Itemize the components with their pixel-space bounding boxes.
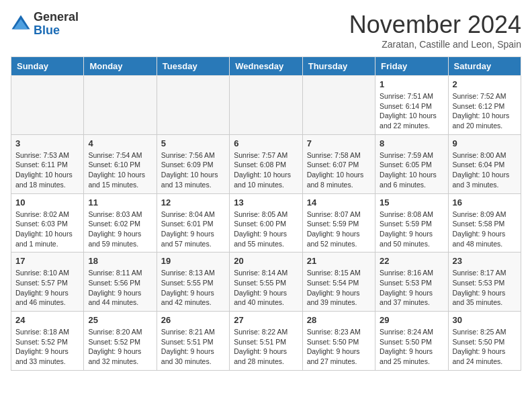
day-number: 29 xyxy=(380,315,443,325)
day-cell: 3Sunrise: 7:53 AM Sunset: 6:11 PM Daylig… xyxy=(11,134,84,193)
day-info: Sunrise: 8:02 AM Sunset: 6:03 PM Dayligh… xyxy=(15,210,79,249)
title-block: November 2024 Zaratan, Castille and Leon… xyxy=(349,11,521,50)
day-cell: 17Sunrise: 8:10 AM Sunset: 5:57 PM Dayli… xyxy=(11,253,84,312)
day-cell: 22Sunrise: 8:16 AM Sunset: 5:53 PM Dayli… xyxy=(375,253,448,312)
day-cell: 10Sunrise: 8:02 AM Sunset: 6:03 PM Dayli… xyxy=(11,193,84,253)
day-cell: 23Sunrise: 8:17 AM Sunset: 5:53 PM Dayli… xyxy=(448,253,521,312)
day-info: Sunrise: 7:58 AM Sunset: 6:07 PM Dayligh… xyxy=(307,150,371,190)
weekday-header-wednesday: Wednesday xyxy=(230,57,302,76)
day-number: 12 xyxy=(161,197,225,208)
logo-icon xyxy=(11,14,31,34)
logo-general: General xyxy=(34,11,79,24)
day-cell xyxy=(157,76,229,135)
day-cell xyxy=(230,76,302,135)
day-cell: 19Sunrise: 8:13 AM Sunset: 5:55 PM Dayli… xyxy=(157,253,229,312)
day-cell: 1Sunrise: 7:51 AM Sunset: 6:14 PM Daylig… xyxy=(375,76,448,135)
day-number: 10 xyxy=(15,197,79,208)
week-row-3: 10Sunrise: 8:02 AM Sunset: 6:03 PM Dayli… xyxy=(11,193,521,253)
day-number: 13 xyxy=(234,197,298,208)
day-info: Sunrise: 7:57 AM Sunset: 6:08 PM Dayligh… xyxy=(234,150,298,190)
day-cell: 18Sunrise: 8:11 AM Sunset: 5:56 PM Dayli… xyxy=(84,253,157,312)
day-number: 27 xyxy=(234,315,298,325)
day-number: 6 xyxy=(234,138,298,148)
day-number: 20 xyxy=(234,256,298,266)
day-info: Sunrise: 8:23 AM Sunset: 5:50 PM Dayligh… xyxy=(307,327,371,367)
day-number: 3 xyxy=(15,138,79,148)
day-number: 5 xyxy=(161,138,225,148)
week-row-1: 1Sunrise: 7:51 AM Sunset: 6:14 PM Daylig… xyxy=(11,76,521,135)
day-number: 2 xyxy=(453,79,517,89)
day-number: 14 xyxy=(307,197,371,208)
day-number: 15 xyxy=(380,197,443,208)
day-cell: 26Sunrise: 8:21 AM Sunset: 5:51 PM Dayli… xyxy=(157,312,229,371)
day-cell: 7Sunrise: 7:58 AM Sunset: 6:07 PM Daylig… xyxy=(302,134,375,193)
day-info: Sunrise: 7:53 AM Sunset: 6:11 PM Dayligh… xyxy=(15,150,79,190)
day-number: 26 xyxy=(161,315,225,325)
week-row-4: 17Sunrise: 8:10 AM Sunset: 5:57 PM Dayli… xyxy=(11,253,521,312)
day-number: 28 xyxy=(307,315,371,325)
day-info: Sunrise: 7:54 AM Sunset: 6:10 PM Dayligh… xyxy=(88,150,152,190)
day-cell: 12Sunrise: 8:04 AM Sunset: 6:01 PM Dayli… xyxy=(157,193,229,253)
weekday-header-tuesday: Tuesday xyxy=(157,57,229,76)
day-info: Sunrise: 8:09 AM Sunset: 5:58 PM Dayligh… xyxy=(453,210,517,249)
day-info: Sunrise: 8:17 AM Sunset: 5:53 PM Dayligh… xyxy=(453,268,517,308)
logo: General Blue xyxy=(11,11,79,38)
day-info: Sunrise: 8:21 AM Sunset: 5:51 PM Dayligh… xyxy=(161,327,225,367)
day-info: Sunrise: 8:15 AM Sunset: 5:54 PM Dayligh… xyxy=(307,268,371,308)
page-header: General Blue November 2024 Zaratan, Cast… xyxy=(11,11,521,50)
day-cell: 2Sunrise: 7:52 AM Sunset: 6:12 PM Daylig… xyxy=(448,76,521,135)
day-cell: 30Sunrise: 8:25 AM Sunset: 5:50 PM Dayli… xyxy=(448,312,521,371)
day-number: 9 xyxy=(453,138,517,148)
day-info: Sunrise: 7:52 AM Sunset: 6:12 PM Dayligh… xyxy=(453,91,517,131)
day-cell xyxy=(11,76,84,135)
day-cell: 11Sunrise: 8:03 AM Sunset: 6:02 PM Dayli… xyxy=(84,193,157,253)
day-cell xyxy=(302,76,375,135)
day-info: Sunrise: 8:20 AM Sunset: 5:52 PM Dayligh… xyxy=(88,327,152,367)
weekday-header-sunday: Sunday xyxy=(11,57,84,76)
day-info: Sunrise: 8:10 AM Sunset: 5:57 PM Dayligh… xyxy=(15,268,79,308)
day-number: 8 xyxy=(380,138,443,148)
day-cell: 5Sunrise: 7:56 AM Sunset: 6:09 PM Daylig… xyxy=(157,134,229,193)
day-info: Sunrise: 7:56 AM Sunset: 6:09 PM Dayligh… xyxy=(161,150,225,190)
day-info: Sunrise: 8:22 AM Sunset: 5:51 PM Dayligh… xyxy=(234,327,298,367)
day-info: Sunrise: 8:04 AM Sunset: 6:01 PM Dayligh… xyxy=(161,210,225,249)
day-number: 30 xyxy=(453,315,517,325)
day-number: 23 xyxy=(453,256,517,266)
weekday-header-row: SundayMondayTuesdayWednesdayThursdayFrid… xyxy=(11,57,521,76)
day-cell: 24Sunrise: 8:18 AM Sunset: 5:52 PM Dayli… xyxy=(11,312,84,371)
weekday-header-friday: Friday xyxy=(375,57,448,76)
week-row-5: 24Sunrise: 8:18 AM Sunset: 5:52 PM Dayli… xyxy=(11,312,521,371)
day-info: Sunrise: 8:07 AM Sunset: 5:59 PM Dayligh… xyxy=(307,210,371,249)
day-cell: 27Sunrise: 8:22 AM Sunset: 5:51 PM Dayli… xyxy=(230,312,302,371)
day-cell: 14Sunrise: 8:07 AM Sunset: 5:59 PM Dayli… xyxy=(302,193,375,253)
day-number: 19 xyxy=(161,256,225,266)
day-number: 7 xyxy=(307,138,371,148)
weekday-header-thursday: Thursday xyxy=(302,57,375,76)
day-number: 25 xyxy=(88,315,152,325)
day-cell: 9Sunrise: 8:00 AM Sunset: 6:04 PM Daylig… xyxy=(448,134,521,193)
day-info: Sunrise: 8:24 AM Sunset: 5:50 PM Dayligh… xyxy=(380,327,443,367)
day-info: Sunrise: 8:11 AM Sunset: 5:56 PM Dayligh… xyxy=(88,268,152,308)
day-cell: 6Sunrise: 7:57 AM Sunset: 6:08 PM Daylig… xyxy=(230,134,302,193)
day-cell: 28Sunrise: 8:23 AM Sunset: 5:50 PM Dayli… xyxy=(302,312,375,371)
day-info: Sunrise: 7:59 AM Sunset: 6:05 PM Dayligh… xyxy=(380,150,443,190)
day-number: 17 xyxy=(15,256,79,266)
day-cell xyxy=(84,76,157,135)
day-number: 1 xyxy=(380,79,443,89)
day-number: 21 xyxy=(307,256,371,266)
day-cell: 20Sunrise: 8:14 AM Sunset: 5:55 PM Dayli… xyxy=(230,253,302,312)
day-number: 4 xyxy=(88,138,152,148)
day-info: Sunrise: 8:00 AM Sunset: 6:04 PM Dayligh… xyxy=(453,150,517,190)
day-cell: 16Sunrise: 8:09 AM Sunset: 5:58 PM Dayli… xyxy=(448,193,521,253)
day-number: 24 xyxy=(15,315,79,325)
day-info: Sunrise: 8:14 AM Sunset: 5:55 PM Dayligh… xyxy=(234,268,298,308)
day-cell: 15Sunrise: 8:08 AM Sunset: 5:59 PM Dayli… xyxy=(375,193,448,253)
day-number: 18 xyxy=(88,256,152,266)
day-cell: 4Sunrise: 7:54 AM Sunset: 6:10 PM Daylig… xyxy=(84,134,157,193)
week-row-2: 3Sunrise: 7:53 AM Sunset: 6:11 PM Daylig… xyxy=(11,134,521,193)
day-cell: 25Sunrise: 8:20 AM Sunset: 5:52 PM Dayli… xyxy=(84,312,157,371)
day-number: 22 xyxy=(380,256,443,266)
calendar-table: SundayMondayTuesdayWednesdayThursdayFrid… xyxy=(11,56,521,371)
day-info: Sunrise: 8:18 AM Sunset: 5:52 PM Dayligh… xyxy=(15,327,79,367)
day-info: Sunrise: 8:03 AM Sunset: 6:02 PM Dayligh… xyxy=(88,210,152,249)
